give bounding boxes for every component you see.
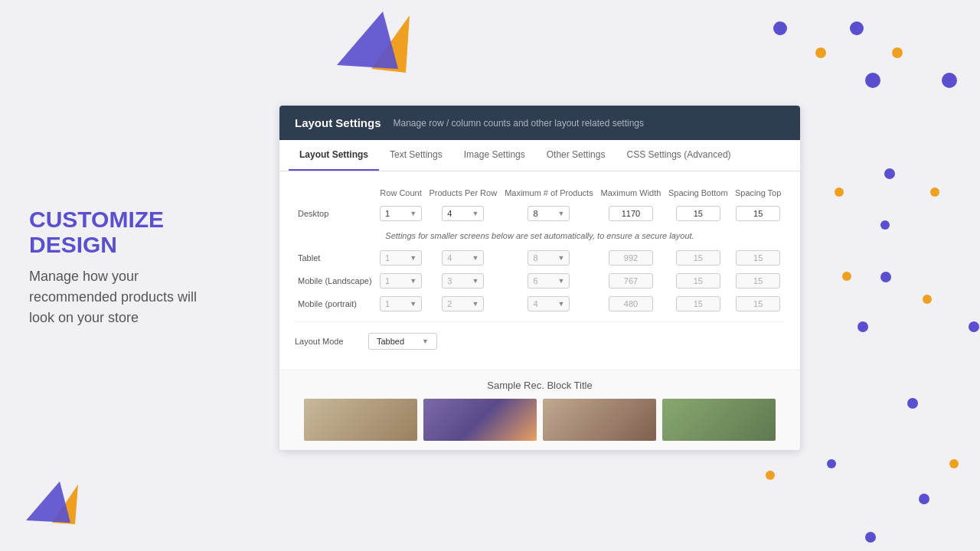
layout-mode-value: Tabbed: [377, 337, 404, 346]
layout-mode-select[interactable]: Tabbed ▼: [368, 333, 437, 350]
row-count-select-2: 1 ▼: [380, 273, 422, 289]
max-width-input-0[interactable]: [609, 206, 653, 221]
dot-21: [865, 532, 876, 543]
row-label-3: Mobile (portrait): [295, 292, 377, 315]
max-products-select-2: 6 ▼: [528, 273, 570, 289]
tab-text-settings[interactable]: Text Settings: [379, 140, 453, 171]
chevron-icon: ▼: [410, 210, 416, 217]
row-count-select-1: 1 ▼: [380, 250, 422, 266]
svg-marker-3: [26, 481, 70, 523]
tab-css-settings[interactable]: CSS Settings (Advanced): [616, 140, 741, 171]
panel-content: Row Count Products Per Row Maximum # of …: [279, 171, 800, 370]
max-products-select-1: 8 ▼: [528, 250, 570, 266]
layout-mode-chevron-icon: ▼: [422, 337, 429, 345]
chevron-icon: ▼: [472, 300, 479, 308]
dot-19: [949, 459, 959, 468]
row-label-1: Tablet: [295, 246, 377, 269]
panel-header: Layout Settings Manage row / column coun…: [279, 106, 800, 140]
tab-layout-settings[interactable]: Layout Settings: [289, 140, 379, 171]
sample-block-title: Sample Rec. Block Title: [289, 380, 791, 391]
customize-description: Manage how your recommended products wil…: [29, 266, 205, 328]
sample-images: [289, 399, 791, 441]
chevron-icon: ▼: [472, 210, 479, 217]
chevron-icon: ▼: [410, 254, 416, 262]
sample-block: Sample Rec. Block Title: [279, 370, 800, 450]
chevron-icon: ▼: [557, 210, 564, 217]
table-row: Desktop 1 ▼ 4 ▼ 8 ▼: [295, 202, 785, 225]
col-header-empty: [295, 184, 377, 202]
dot-7: [835, 187, 844, 197]
info-text: Settings for smaller screens below are s…: [295, 225, 785, 246]
tabs-container: Layout Settings Text Settings Image Sett…: [279, 140, 800, 171]
row-label-0: Desktop: [295, 202, 377, 225]
dot-17: [827, 459, 836, 468]
left-section: CUSTOMIZE DESIGN Manage how your recomme…: [29, 207, 205, 328]
dot-13: [858, 321, 868, 332]
info-row: Settings for smaller screens below are s…: [295, 225, 785, 246]
dot-3: [892, 47, 903, 58]
chevron-icon: ▼: [410, 277, 416, 285]
row-count-select-3: 1 ▼: [380, 296, 422, 311]
products-per-row-select-0[interactable]: 4 ▼: [442, 206, 484, 221]
logo-bottom-left: [23, 478, 80, 528]
tab-image-settings[interactable]: Image Settings: [453, 140, 536, 171]
main-panel: Layout Settings Manage row / column coun…: [279, 106, 800, 450]
chevron-icon: ▼: [472, 277, 479, 285]
sample-image-2: [423, 399, 537, 441]
max-products-select-3: 4 ▼: [528, 296, 570, 311]
dot-4: [865, 73, 880, 88]
col-header-max-products: Maximum # of Products: [501, 184, 597, 202]
spacing-bottom-input-3: [676, 296, 720, 311]
dot-15: [907, 398, 918, 409]
dot-6: [884, 168, 895, 179]
spacing-bottom-input-2: [676, 273, 720, 289]
table-row: Tablet 1 ▼ 4 ▼ 8 ▼: [295, 246, 785, 269]
settings-table: Row Count Products Per Row Maximum # of …: [295, 184, 785, 315]
row-label-2: Mobile (Landscape): [295, 269, 377, 292]
max-width-input-3: [609, 296, 653, 311]
panel-header-subtitle: Manage row / column counts and other lay…: [394, 118, 645, 129]
dot-11: [923, 295, 932, 304]
spacing-top-input-3: [736, 296, 780, 311]
sample-image-4: [662, 399, 776, 441]
panel-header-title: Layout Settings: [295, 116, 381, 129]
dot-9: [880, 220, 890, 230]
products-per-row-select-2: 3 ▼: [442, 273, 484, 289]
spacing-bottom-input-1: [676, 250, 720, 266]
table-row: Mobile (portrait) 1 ▼ 2 ▼ 4 ▼: [295, 292, 785, 315]
dot-18: [766, 471, 775, 480]
dot-12: [880, 272, 891, 282]
table-row: Mobile (Landscape) 1 ▼ 3 ▼ 6 ▼: [295, 269, 785, 292]
col-header-spacing-top: Spacing Top: [731, 184, 785, 202]
max-width-input-2: [609, 273, 653, 289]
dot-5: [942, 73, 957, 88]
col-header-row-count: Row Count: [377, 184, 426, 202]
spacing-top-input-0[interactable]: [736, 206, 780, 221]
spacing-bottom-input-0[interactable]: [676, 206, 720, 221]
max-products-select-0[interactable]: 8 ▼: [528, 206, 570, 221]
svg-marker-1: [337, 11, 398, 69]
dot-8: [930, 187, 939, 197]
dot-1: [850, 21, 864, 35]
max-width-input-1: [609, 250, 653, 266]
layout-mode-label: Layout Mode: [295, 337, 356, 346]
chevron-icon: ▼: [410, 300, 416, 308]
dot-2: [815, 47, 826, 58]
row-count-select-0[interactable]: 1 ▼: [380, 206, 422, 221]
dot-0: [773, 21, 787, 35]
spacing-top-input-1: [736, 250, 780, 266]
products-per-row-select-1: 4 ▼: [442, 250, 484, 266]
dot-14: [969, 321, 979, 332]
tab-other-settings[interactable]: Other Settings: [536, 140, 616, 171]
customize-title: CUSTOMIZE DESIGN: [29, 207, 205, 257]
sample-image-3: [543, 399, 656, 441]
spacing-top-input-2: [736, 273, 780, 289]
products-per-row-select-3: 2 ▼: [442, 296, 484, 311]
col-header-spacing-bottom: Spacing Bottom: [665, 184, 731, 202]
chevron-icon: ▼: [472, 254, 479, 262]
dot-20: [919, 494, 929, 504]
col-header-products-per-row: Products Per Row: [426, 184, 501, 202]
chevron-icon: ▼: [557, 300, 564, 308]
logo-top: [329, 8, 413, 80]
col-header-max-width: Maximum Width: [597, 184, 665, 202]
